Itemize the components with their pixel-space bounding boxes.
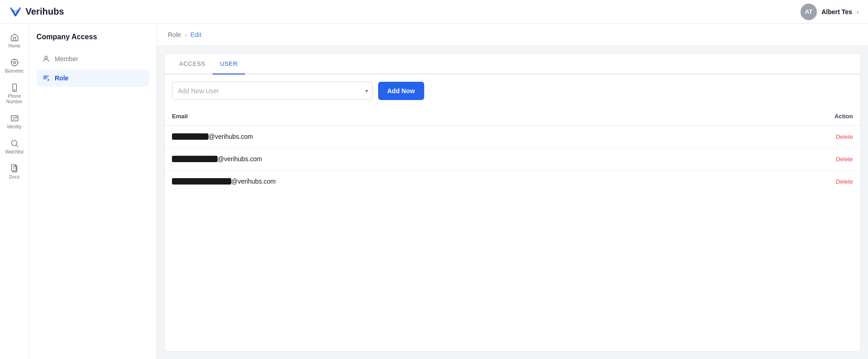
email-value: @verihubs.com — [172, 133, 701, 140]
main-layout: Home Biometric Phone Number Identity — [0, 24, 868, 359]
table-row: @verihubs.com Delete — [165, 170, 860, 193]
email-cell: @verihubs.com — [165, 126, 708, 148]
breadcrumb-parent: Role — [168, 31, 181, 38]
watchlist-label: Watchlist — [5, 149, 23, 155]
svg-point-1 — [13, 62, 16, 64]
chevron-right-icon: › — [857, 8, 859, 16]
tab-bar: ACCESS USER — [165, 54, 860, 74]
delete-button[interactable]: Delete — [836, 178, 853, 185]
logo-text: Verihubs — [26, 6, 64, 17]
watchlist-icon — [10, 139, 19, 148]
member-nav-icon — [42, 55, 50, 63]
phone-label: Phone Number — [5, 94, 25, 105]
biometric-icon — [10, 58, 19, 67]
top-navigation: Verihubs AT Albert Tes › — [0, 0, 868, 24]
tab-access[interactable]: ACCESS — [172, 54, 213, 74]
add-now-button[interactable]: Add Now — [378, 82, 424, 100]
identity-label: Identity — [7, 124, 21, 130]
email-value: @verihubs.com — [172, 178, 701, 185]
table-row: @verihubs.com Delete — [165, 148, 860, 170]
svg-point-3 — [14, 90, 15, 90]
table-row: @verihubs.com Delete — [165, 126, 860, 148]
breadcrumb-separator: › — [185, 31, 187, 38]
user-menu[interactable]: AT Albert Tes › — [800, 4, 859, 20]
verihubs-logo-icon — [9, 5, 22, 18]
sidebar-item-identity[interactable]: Identity — [2, 110, 27, 133]
email-column-header: Email — [165, 107, 708, 126]
action-column-header: Action — [708, 107, 860, 126]
nav-role-label: Role — [55, 74, 68, 82]
home-icon — [10, 33, 19, 42]
biometric-label: Biometric — [5, 69, 24, 74]
user-name: Albert Tes — [821, 8, 852, 16]
nav-item-member[interactable]: Member — [36, 50, 149, 68]
sidebar-item-home[interactable]: Home — [2, 29, 27, 53]
svg-point-5 — [16, 117, 17, 118]
main-card: ACCESS USER Add New User ▾ Add Now — [164, 53, 861, 352]
svg-rect-4 — [11, 116, 18, 121]
redacted-email-prefix — [172, 178, 231, 185]
table-body: @verihubs.com Delete @verihubs.com — [165, 126, 860, 193]
users-table: Email Action @verihubs.com — [165, 107, 860, 192]
left-nav-title: Company Access — [36, 31, 149, 43]
add-user-row: Add New User ▾ Add Now — [165, 74, 860, 107]
breadcrumb-current: Edit — [190, 31, 201, 38]
redacted-email-prefix — [172, 156, 218, 162]
delete-button[interactable]: Delete — [836, 156, 853, 163]
left-nav-panel: Company Access Member Role — [29, 24, 157, 359]
sidebar-item-biometric[interactable]: Biometric — [2, 54, 27, 78]
svg-point-8 — [45, 56, 47, 59]
content-area: Role › Edit ACCESS USER Add New User ▾ A… — [157, 24, 868, 359]
redacted-email-prefix — [172, 133, 208, 140]
breadcrumb: Role › Edit — [157, 24, 868, 46]
email-value: @verihubs.com — [172, 155, 701, 163]
nav-item-role[interactable]: Role — [36, 69, 149, 87]
docs-icon — [10, 164, 19, 173]
sidebar-item-docs[interactable]: Docs — [2, 160, 27, 184]
avatar: AT — [800, 4, 817, 20]
action-cell: Delete — [708, 148, 860, 170]
action-cell: Delete — [708, 170, 860, 193]
svg-point-6 — [11, 140, 17, 146]
delete-button[interactable]: Delete — [836, 133, 853, 140]
users-table-container: Email Action @verihubs.com — [165, 107, 860, 351]
icon-sidebar: Home Biometric Phone Number Identity — [0, 24, 29, 359]
add-user-select[interactable]: Add New User — [172, 82, 373, 100]
docs-label: Docs — [9, 174, 20, 180]
sidebar-item-watchlist[interactable]: Watchlist — [2, 135, 27, 158]
email-cell: @verihubs.com — [165, 170, 708, 193]
role-nav-icon — [42, 74, 50, 82]
tab-user[interactable]: USER — [213, 54, 245, 74]
logo-area: Verihubs — [9, 5, 64, 18]
add-user-select-wrapper: Add New User ▾ — [172, 82, 373, 100]
nav-member-label: Member — [55, 55, 78, 63]
home-label: Home — [8, 43, 21, 49]
phone-icon — [10, 83, 19, 92]
table-header: Email Action — [165, 107, 860, 126]
sidebar-item-phone[interactable]: Phone Number — [2, 79, 27, 108]
action-cell: Delete — [708, 126, 860, 148]
identity-icon — [10, 114, 19, 123]
email-cell: @verihubs.com — [165, 148, 708, 170]
